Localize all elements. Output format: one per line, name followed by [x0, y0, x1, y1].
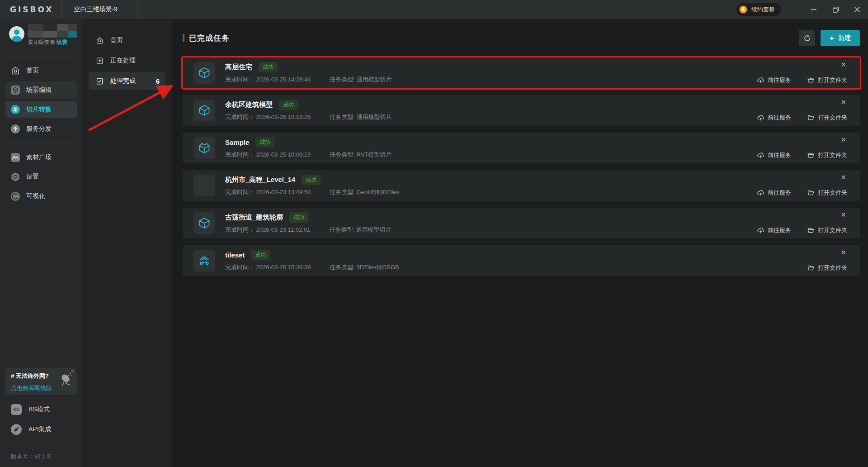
subnav-item-completed[interactable]: 处理完成 6 [89, 72, 165, 90]
sidebar-item-scene-edit[interactable]: 场景编辑 [5, 81, 77, 99]
sidebar-item-slice-convert[interactable]: 切片转换 [5, 101, 77, 118]
doc-check-icon [94, 76, 104, 86]
bs-mode-label: BS模式 [28, 405, 50, 414]
sidebar-item-api-integration[interactable]: API集成 [11, 424, 52, 435]
status-badge: 成功 [255, 137, 274, 148]
blank-thumbnail [193, 175, 215, 196]
renew-plan-button[interactable]: 续约套餐 [736, 3, 781, 16]
tileset-icon [193, 250, 215, 272]
sidebar-item-service-dispatch[interactable]: 服务分发 [5, 120, 77, 138]
goto-service-button[interactable]: 前往服务 [757, 151, 791, 159]
task-row: tileset 成功 完成时间： 2026-03-20 15:36:39 任务类… [183, 245, 860, 276]
task-finish-time: 完成时间： 2026-03-25 14:28:46 [225, 76, 311, 84]
task-finish-time: 完成时间： 2026-03-25 10:18:25 [225, 113, 311, 121]
plus-icon: + [830, 34, 834, 42]
task-type: 任务类型: Geotiff转3DTiles [330, 188, 399, 196]
restore-button[interactable] [825, 0, 846, 19]
sidebar-item-label: 切片转换 [26, 105, 52, 114]
close-icon[interactable]: ✕ [840, 211, 846, 218]
renew-plan-label: 续约套餐 [751, 5, 775, 14]
goto-service-button[interactable]: 前往服务 [757, 226, 791, 234]
visualization-icon [10, 191, 20, 201]
sidebar-item-material-market[interactable]: 素材广场 [5, 149, 77, 166]
code-icon: <> [11, 404, 22, 415]
close-icon[interactable]: ✕ [840, 61, 846, 68]
goto-service-button[interactable]: 前往服务 [757, 76, 791, 84]
status-badge: 成功 [302, 175, 321, 185]
open-folder-button[interactable]: 打开文件夹 [807, 76, 847, 84]
task-type: 任务类型: 通用模型切片 [330, 113, 392, 121]
task-finish-time: 完成时间： 2026-03-25 10:06:19 [225, 151, 311, 159]
close-icon[interactable]: ✕ [840, 136, 846, 143]
divider [6, 143, 76, 143]
task-row: Sample 成功 完成时间： 2026-03-25 10:06:19 任务类型… [183, 133, 860, 163]
sidebar-item-label: 可视化 [26, 192, 45, 200]
close-icon[interactable]: ✕ [840, 249, 846, 256]
open-folder-button[interactable]: 打开文件夹 [807, 151, 847, 159]
close-icon[interactable]: ✕ [840, 174, 846, 181]
task-nav-panel: 首页 正在处理 处理完成 6 [82, 19, 172, 467]
avatar[interactable] [9, 26, 24, 42]
subnav-item-label: 处理完成 [110, 77, 136, 85]
renew-link[interactable]: 续费 [57, 39, 67, 45]
status-badge: 成功 [259, 62, 278, 72]
refresh-button[interactable] [799, 30, 815, 46]
subnav-item-label: 正在处理 [110, 57, 136, 65]
gear-icon [10, 172, 20, 182]
open-folder-button[interactable]: 打开文件夹 [807, 189, 847, 197]
task-name: Sample [225, 138, 249, 146]
task-name: 高层住宅 [225, 63, 252, 71]
sidebar-item-label: 首页 [26, 67, 39, 75]
sidebar-item-home[interactable]: 首页 [5, 62, 77, 79]
api-integration-label: API集成 [28, 425, 52, 434]
offline-card-close-icon[interactable]: ✕ [71, 368, 75, 374]
close-icon[interactable]: ✕ [840, 99, 846, 105]
subnav-item-home[interactable]: 首页 [89, 31, 165, 49]
open-folder-button[interactable]: 打开文件夹 [807, 114, 847, 122]
main-header: 已完成任务 + 新建 [183, 30, 860, 46]
task-finish-time: 完成时间： 2026-03-23 11:02:01 [225, 226, 310, 234]
scene-tab[interactable]: 空白三维场景-9 [62, 0, 129, 19]
titlebar-divider [137, 0, 138, 19]
upload-cloud-icon [10, 124, 20, 134]
lightning-icon [739, 5, 748, 14]
open-folder-button[interactable]: 打开文件夹 [807, 264, 847, 272]
open-folder-button[interactable]: 打开文件夹 [807, 226, 847, 234]
page-title: 已完成任务 [189, 33, 230, 43]
sidebar-item-bs-mode[interactable]: <> BS模式 [11, 404, 50, 415]
goto-service-button[interactable]: 前往服务 [757, 114, 791, 122]
offline-version-card: # 无法连外网? 点击购买离线版 ✕ [5, 368, 77, 395]
rocket-icon [11, 424, 22, 435]
task-name: 杭州市_高程_Level_14 [225, 176, 295, 184]
sidebar-item-label: 素材广场 [26, 153, 52, 162]
sidebar-item-label: 设置 [26, 173, 39, 181]
subnav-item-label: 首页 [110, 36, 123, 44]
task-name: tileset [225, 251, 245, 259]
status-badge: 成功 [251, 250, 270, 260]
cube-model-icon [193, 100, 215, 121]
goto-service-button[interactable]: 前往服务 [757, 189, 791, 197]
title-marker [183, 34, 184, 42]
home-icon [94, 35, 104, 45]
app-logo: GISBOX [10, 5, 53, 14]
task-finish-time: 完成时间： 2026-03-20 15:36:39 [225, 263, 311, 272]
new-task-button[interactable]: + 新建 [821, 30, 860, 46]
status-badge: 成功 [279, 100, 298, 110]
task-type: 任务类型: 通用模型切片 [330, 76, 392, 84]
sidebar-item-settings[interactable]: 设置 [5, 168, 77, 186]
sidebar-item-visualization[interactable]: 可视化 [5, 188, 77, 205]
censored-username [28, 24, 77, 38]
open-cube-icon [193, 137, 215, 159]
transfer-arrows-icon [10, 105, 20, 114]
subnav-item-processing[interactable]: 正在处理 [89, 52, 165, 70]
new-task-label: 新建 [838, 34, 851, 42]
cube-model-icon [193, 62, 215, 84]
home-icon [10, 66, 20, 76]
close-button[interactable] [846, 0, 868, 19]
minimize-button[interactable] [803, 0, 825, 19]
task-type: 任务类型: RVT模型切片 [330, 151, 392, 159]
main-content: 已完成任务 + 新建 高层住宅 成功 [172, 19, 868, 467]
sidebar-item-label: 服务分发 [26, 125, 52, 133]
completed-count-badge: 6 [156, 77, 160, 85]
window-controls [803, 0, 868, 19]
